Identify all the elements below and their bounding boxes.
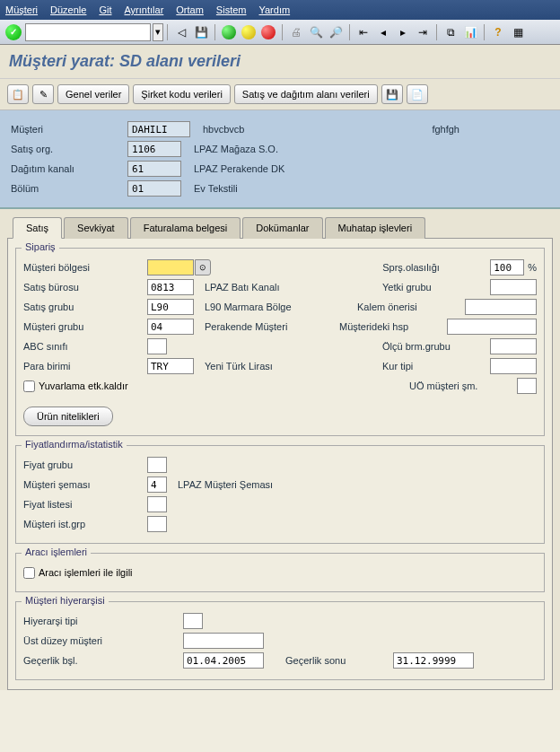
cust-pric-proc-input[interactable] [147, 477, 167, 493]
agency-relevant-checkbox[interactable]: Aracı işlemleri ile ilgili [23, 567, 133, 579]
auth-group-input[interactable] [490, 279, 537, 295]
page-title: Müşteri yarat: SD alanı verileri [0, 45, 560, 79]
account-at-cust-input[interactable] [447, 319, 537, 335]
hierarchy-type-label: Hiyerarşi tipi [23, 616, 183, 626]
agency-relevant-box[interactable] [23, 567, 35, 579]
sales-district-input[interactable] [147, 259, 194, 275]
customer-group-input[interactable] [147, 319, 194, 335]
customer-value: DAHILI [127, 121, 190, 137]
price-group-label: Fiyat grubu [23, 459, 147, 470]
menu-duzenle[interactable]: Düzenle [50, 4, 86, 15]
other-customer-button[interactable]: 📋 [7, 84, 29, 104]
distchannel-desc: LPAZ Perakende DK [194, 163, 284, 174]
menu-yardim[interactable]: Yardım [258, 4, 290, 15]
cust-stats-grp-label: Müşteri ist.grp [23, 519, 147, 529]
print-button[interactable]: 🖨 [287, 23, 305, 41]
save-button[interactable]: 💾 [192, 23, 210, 41]
layout-button[interactable]: ▦ [509, 23, 527, 41]
exch-rate-input[interactable] [490, 358, 537, 374]
pp-cust-proc-label: UÖ müşteri şm. [409, 380, 517, 391]
check-icon: ✓ [5, 24, 22, 40]
first-page-button[interactable]: ⇤ [354, 23, 372, 41]
tab-muhatap[interactable]: Muhatap işlevleri [325, 217, 426, 239]
sales-office-input[interactable] [147, 279, 194, 295]
hierarchy-type-input[interactable] [183, 613, 203, 629]
currency-desc: Yeni Türk Lirası [205, 361, 273, 372]
salesorg-label: Satış org. [11, 144, 127, 154]
sales-group-label: Satış grubu [23, 302, 147, 312]
product-attributes-button[interactable]: Ürün nitelikleri [23, 407, 113, 426]
sales-group-input[interactable] [147, 299, 194, 315]
currency-label: Para birimi [23, 361, 147, 372]
sales-area-button[interactable]: Satış ve dağıtım alanı verileri [234, 84, 378, 104]
higher-level-cust-label: Üst düzey müşteri [23, 635, 183, 646]
menu-ortam[interactable]: Ortam [176, 4, 204, 15]
item-proposal-input[interactable] [465, 299, 537, 315]
command-dropdown[interactable]: ▾ [153, 23, 163, 41]
order-group: Sipariş Müşteri bölgesi ⊙ Sprş.olasılığı… [15, 248, 545, 436]
valid-from-input[interactable] [183, 652, 264, 669]
rounding-off-checkbox[interactable]: Yuvarlama etk.kaldır [23, 380, 128, 392]
tab-faturalama[interactable]: Faturalama belgesi [130, 217, 241, 239]
command-field[interactable] [26, 24, 150, 40]
save-app-button[interactable]: 💾 [381, 84, 403, 104]
new-session-button[interactable]: ⧉ [442, 23, 459, 41]
order-prob-label: Sprş.olasılığı [382, 262, 490, 273]
tab-dokumanlar[interactable]: Dokümanlar [242, 217, 322, 239]
general-data-button[interactable]: Genel veriler [57, 84, 129, 104]
exch-rate-label: Kur tipi [382, 361, 490, 372]
rounding-off-box[interactable] [23, 380, 35, 392]
pricing-group-title: Fiyatlandırma/istatistik [22, 439, 127, 450]
menu-sistem[interactable]: Sistem [216, 4, 247, 15]
pp-cust-proc-input[interactable] [517, 378, 537, 394]
back-button[interactable]: ◁ [172, 23, 190, 41]
find-button[interactable]: 🔍 [307, 23, 325, 41]
menu-git[interactable]: Git [99, 4, 111, 15]
percent-label: % [528, 262, 537, 273]
find-next-button[interactable]: 🔎 [327, 23, 345, 41]
sales-office-label: Satış bürosu [23, 282, 147, 293]
header-panel: Müşteri DAHILI hbvcbvcb fghfgh Satış org… [0, 110, 560, 209]
company-code-button[interactable]: Şirket kodu verileri [133, 84, 230, 104]
prev-page-button[interactable]: ◂ [374, 23, 392, 41]
abc-class-input[interactable] [147, 338, 167, 354]
back-icon[interactable] [220, 23, 238, 41]
order-prob-input[interactable] [490, 259, 524, 275]
division-label: Bölüm [11, 183, 127, 194]
display-button[interactable]: 📄 [407, 84, 428, 104]
shortcut-button[interactable]: 📊 [461, 23, 479, 41]
rounding-off-label: Yuvarlama etk.kaldır [39, 380, 128, 391]
distchannel-label: Dağıtım kanalı [11, 163, 127, 174]
price-group-input[interactable] [147, 457, 167, 473]
tab-panel-satis: Sipariş Müşteri bölgesi ⊙ Sprş.olasılığı… [7, 238, 553, 690]
currency-input[interactable] [147, 358, 194, 374]
last-page-button[interactable]: ⇥ [414, 23, 432, 41]
customer-group-label: Müşteri grubu [23, 321, 147, 332]
search-help-icon[interactable]: ⊙ [195, 259, 211, 275]
pricing-group: Fiyatlandırma/istatistik Fiyat grubu Müş… [15, 445, 545, 544]
order-group-title: Sipariş [22, 241, 59, 252]
uom-group-input[interactable] [490, 338, 537, 354]
higher-level-cust-input[interactable] [183, 633, 264, 649]
uom-group-label: Ölçü brm.grubu [382, 341, 490, 352]
menu-musteri[interactable]: Müşteri [5, 4, 38, 15]
tab-satis[interactable]: Satış [13, 217, 62, 239]
pencil-button[interactable]: ✎ [32, 84, 54, 104]
help-button[interactable]: ? [489, 23, 507, 41]
next-page-button[interactable]: ▸ [394, 23, 412, 41]
price-list-input[interactable] [147, 496, 167, 512]
valid-to-input[interactable] [393, 652, 474, 669]
agency-relevant-label: Aracı işlemleri ile ilgili [39, 567, 133, 578]
ok-button[interactable]: ✓ [4, 23, 22, 41]
division-value: 01 [127, 180, 181, 197]
tab-sevkiyat[interactable]: Sevkiyat [64, 217, 128, 239]
menu-ayrintilar[interactable]: Ayrıntılar [124, 4, 163, 15]
auth-group-label: Yetki grubu [382, 282, 490, 293]
cancel-icon[interactable] [259, 23, 277, 41]
exit-icon[interactable] [240, 23, 258, 41]
price-list-label: Fiyat listesi [23, 499, 147, 510]
cust-stats-grp-input[interactable] [147, 516, 167, 532]
valid-from-label: Geçerlik bşl. [23, 655, 183, 666]
item-proposal-label: Kalem önerisi [357, 302, 465, 312]
customer-label: Müşteri [11, 124, 127, 135]
